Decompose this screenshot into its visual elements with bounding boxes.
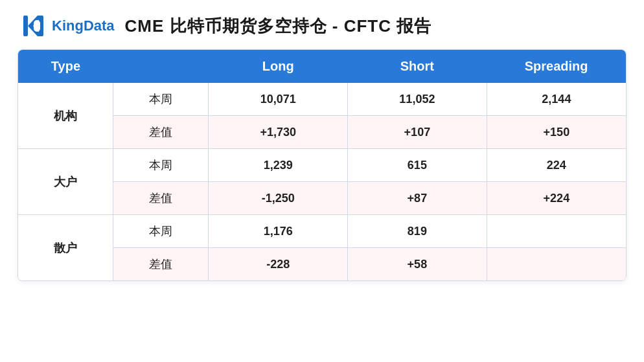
cell-short: +58	[348, 248, 487, 281]
cell-label: 本周	[113, 215, 209, 248]
cell-spreading: 224	[487, 149, 626, 182]
table-header-row: Type Long Short Spreading	[18, 50, 626, 83]
cell-long: -228	[209, 248, 348, 281]
cell-short: 819	[348, 215, 487, 248]
col-short: Short	[348, 50, 487, 83]
col-spreading: Spreading	[487, 50, 626, 83]
data-table: Type Long Short Spreading 机构本周10,07111,0…	[18, 50, 626, 280]
cell-long: 1,176	[209, 215, 348, 248]
cell-label: 差值	[113, 116, 209, 149]
col-long: Long	[209, 50, 348, 83]
cell-label: 本周	[113, 149, 209, 182]
col-empty	[113, 50, 209, 83]
cell-long: 1,239	[209, 149, 348, 182]
logo-icon	[19, 12, 48, 40]
cell-long: -1,250	[209, 182, 348, 215]
cell-spreading: 2,144	[487, 83, 626, 116]
cell-label: 本周	[113, 83, 209, 116]
svg-rect-4	[34, 20, 40, 32]
logo-text: KingData	[52, 17, 115, 34]
cell-short: +107	[348, 116, 487, 149]
cell-spreading	[487, 248, 626, 281]
cell-label: 差值	[113, 248, 209, 281]
page-header: KingData CME 比特币期货多空持仓 - CFTC 报告	[0, 0, 644, 49]
table-row: 散户本周1,176819	[18, 215, 626, 248]
cell-long: +1,730	[209, 116, 348, 149]
data-table-wrapper: Type Long Short Spreading 机构本周10,07111,0…	[17, 49, 627, 281]
cell-spreading: +150	[487, 116, 626, 149]
table-row: 大户本周1,239615224	[18, 149, 626, 182]
cell-group-type: 机构	[18, 83, 113, 149]
col-type: Type	[18, 50, 113, 83]
svg-rect-0	[23, 16, 28, 36]
cell-spreading: +224	[487, 182, 626, 215]
cell-short: 615	[348, 149, 487, 182]
cell-short: 11,052	[348, 83, 487, 116]
page-title: CME 比特币期货多空持仓 - CFTC 报告	[125, 15, 432, 38]
cell-spreading	[487, 215, 626, 248]
cell-short: +87	[348, 182, 487, 215]
logo: KingData	[19, 12, 115, 40]
cell-group-type: 大户	[18, 149, 113, 215]
cell-label: 差值	[113, 182, 209, 215]
cell-group-type: 散户	[18, 215, 113, 281]
cell-long: 10,071	[209, 83, 348, 116]
table-row: 机构本周10,07111,0522,144	[18, 83, 626, 116]
